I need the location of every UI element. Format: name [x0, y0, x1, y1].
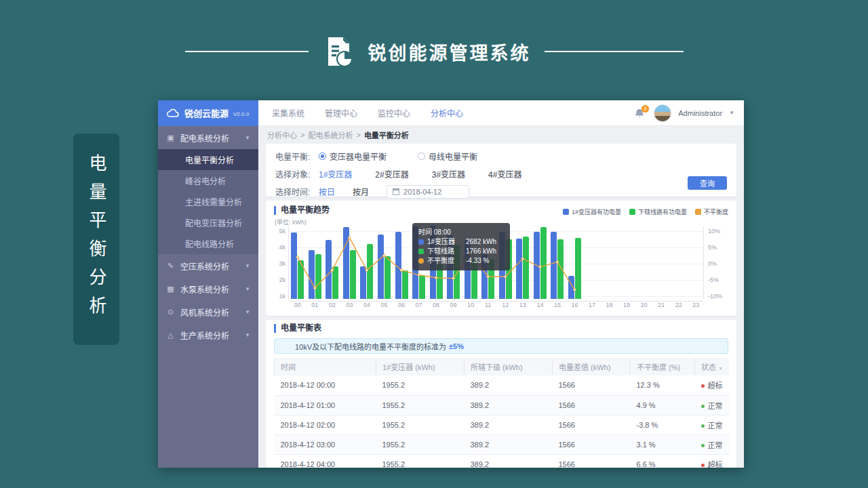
column-header-5[interactable]: 状态▼: [695, 358, 729, 375]
balance-radio-1[interactable]: 母线电量平衡: [418, 150, 477, 162]
tooltip-series-swatch-icon: [418, 239, 424, 245]
sort-filter-icon[interactable]: ▼: [718, 366, 723, 371]
time-mode-0[interactable]: 按日: [319, 186, 335, 197]
query-button[interactable]: 查询: [688, 176, 727, 190]
time-select-label: 选择时间:: [275, 186, 319, 197]
sidebar-item-4[interactable]: 配电线路分析: [158, 233, 258, 254]
object-option-3[interactable]: 4#变压器: [488, 168, 521, 180]
sidebar-group-3[interactable]: ⊙风机系统分析▼: [158, 300, 258, 323]
column-header-3: 电量差值 (kWh): [553, 358, 631, 375]
x-axis-tick: 19: [623, 302, 630, 308]
table-cell: 389.2: [465, 375, 553, 395]
x-axis-tick: 21: [658, 302, 665, 308]
legend-swatch-icon: [695, 209, 701, 215]
table-row: 2018-4-12 04:001955.2389.215666.6 %超标: [275, 454, 729, 468]
top-nav-item-3[interactable]: 分析中心: [431, 107, 463, 119]
vertical-section-label-text: 电量平衡分析: [73, 154, 119, 325]
sidebar-group-1[interactable]: ✎空压系统分析▼: [158, 254, 258, 277]
sidebar-group-label: 空压系统分析: [180, 260, 239, 272]
status-badge: 正常: [708, 402, 723, 410]
breadcrumb-item-1[interactable]: 配电系统分析: [308, 129, 353, 140]
object-option-2[interactable]: 3#变压器: [432, 168, 465, 180]
table-cell: 2018-4-12 03:00: [275, 434, 376, 454]
chevron-down-icon: ▼: [245, 332, 250, 338]
top-nav-item-2[interactable]: 监控中心: [378, 107, 410, 119]
x-axis-tick: 13: [519, 302, 526, 308]
table-cell: 正常: [695, 395, 729, 415]
date-value: 2018-04-12: [403, 188, 441, 196]
chart-panel: 电量平衡趋势 (单位: kWh) 1#变压器有功电量下辖线路有功电量不平衡度 1…: [266, 201, 736, 316]
notification-badge: 5: [642, 105, 649, 113]
sidebar-group-4[interactable]: △生产系统分析▼: [158, 323, 258, 346]
sidebar-group-0[interactable]: ▣配电系统分析▼: [158, 126, 258, 149]
date-picker-input[interactable]: 2018-04-12: [387, 185, 469, 199]
top-nav-item-1[interactable]: 管理中心: [325, 107, 357, 119]
breadcrumb-separator: >: [356, 131, 360, 139]
time-mode-1[interactable]: 按月: [353, 186, 369, 197]
legend-item-0[interactable]: 1#变压器有功电量: [563, 207, 621, 216]
top-nav-item-0[interactable]: 采集系统: [272, 107, 304, 119]
table-body: 2018-4-12 00:001955.2389.2156612.3 %超标20…: [275, 375, 729, 468]
sidebar-group-label: 生产系统分析: [180, 329, 239, 341]
tooltip-series-value: 1766 kWh: [466, 247, 504, 256]
table-cell: 1566: [553, 434, 631, 454]
radio-selected-icon: [319, 152, 326, 160]
app-logo-name: 锐创云能源: [184, 106, 229, 119]
x-axis-tick: 14: [536, 302, 543, 308]
vertical-section-label: 电量平衡分析: [73, 134, 119, 345]
object-option-0[interactable]: 1#变压器: [319, 168, 352, 180]
tooltip-series-name: 下辖线路: [427, 247, 462, 256]
chart-tooltip: 时间 08:00 1#变压器2682 kWh下辖线路1766 kWh不平衡度-4…: [412, 223, 510, 270]
x-axis-tick: 10: [467, 302, 474, 308]
breadcrumb-item-0[interactable]: 分析中心: [267, 129, 297, 140]
sidebar-group-label: 水泵系统分析: [180, 283, 239, 295]
sidebar: ▣配电系统分析▼电量平衡分析峰谷电分析主进线需量分析配电变压器分析配电线路分析✎…: [158, 126, 258, 468]
app-topbar: 锐创云能源 V2.0.0 采集系统管理中心监控中心分析中心 5 Administ…: [158, 100, 744, 126]
user-menu-chevron-down-icon[interactable]: ▼: [729, 110, 734, 116]
table-cell: 1955.2: [376, 454, 465, 468]
chart-legend: 1#变压器有功电量下辖线路有功电量不平衡度: [563, 207, 728, 216]
tooltip-series-value: 2682 kWh: [466, 237, 504, 247]
legend-item-1[interactable]: 下辖线路有功电量: [629, 207, 687, 216]
sidebar-item-3[interactable]: 配电变压器分析: [158, 212, 258, 233]
production-icon: △: [166, 331, 175, 340]
cloud-icon: [166, 108, 180, 118]
tooltip-time: 时间 08:00: [418, 228, 504, 237]
x-axis-tick: 05: [380, 302, 387, 308]
x-axis-tick: 06: [398, 302, 405, 308]
chart-title: 电量平衡趋势: [274, 206, 330, 215]
chevron-down-icon: ▼: [245, 135, 250, 141]
notification-bell-button[interactable]: 5: [635, 106, 647, 120]
sidebar-item-2[interactable]: 主进线需量分析: [158, 191, 258, 212]
tooltip-series-swatch-icon: [418, 249, 424, 254]
table-cell: 3.1 %: [631, 434, 695, 454]
fan-icon: ⊙: [166, 308, 175, 317]
balance-table: 时间1#变压器 (kWh)所辖下级 (kWh)电量差值 (kWh)不平衡度 (%…: [274, 358, 729, 468]
x-axis-tick: 07: [416, 302, 422, 308]
column-header-4: 不平衡度 (%): [631, 358, 695, 375]
table-cell: 1566: [553, 415, 631, 434]
tooltip-row-2: 不平衡度-4.33 %: [418, 256, 504, 266]
table-cell: 正常: [695, 434, 729, 454]
y-axis-left-tick: 3k: [279, 260, 285, 267]
sidebar-item-1[interactable]: 峰谷电分析: [158, 170, 258, 191]
legend-item-2[interactable]: 不平衡度: [695, 207, 728, 216]
table-title: 电量平衡表: [274, 324, 736, 333]
notice-text: 10kV及以下配电线路的电量不平衡度的标准为: [295, 341, 446, 352]
sidebar-group-2[interactable]: ▦水泵系统分析▼: [158, 277, 258, 300]
sidebar-group-label: 风机系统分析: [180, 306, 239, 318]
balance-radio-0[interactable]: 变压器电量平衡: [319, 150, 387, 162]
sidebar-item-0[interactable]: 电量平衡分析: [158, 149, 258, 170]
app-window: 锐创云能源 V2.0.0 采集系统管理中心监控中心分析中心 5 Administ…: [158, 100, 744, 468]
user-avatar[interactable]: [654, 104, 671, 122]
column-header-0: 时间: [275, 358, 376, 375]
x-axis-tick: 15: [554, 302, 561, 308]
compressor-icon: ✎: [166, 262, 175, 270]
table-cell: 389.2: [465, 454, 553, 468]
object-option-1[interactable]: 2#变压器: [375, 168, 408, 180]
app-logo[interactable]: 锐创云能源 V2.0.0: [158, 100, 258, 126]
status-badge: 超标: [708, 461, 723, 468]
table-cell: 1955.2: [376, 434, 465, 454]
table-cell: 2018-4-12 00:00: [275, 375, 376, 395]
standard-notice-banner: 10kV及以下配电线路的电量不平衡度的标准为 ±5%: [274, 338, 728, 354]
